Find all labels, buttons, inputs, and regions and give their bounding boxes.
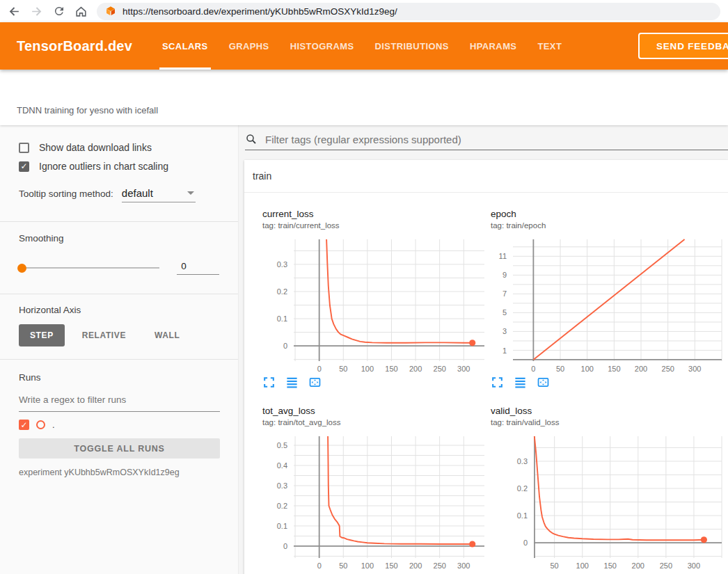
svg-text:200: 200 [409,365,422,373]
tooltip-sorting-value: default [122,187,153,199]
back-arrow-icon[interactable] [8,5,21,18]
toggle-y-axis-icon[interactable] [285,376,299,389]
svg-text:250: 250 [434,561,446,570]
url-text: https://tensorboard.dev/experiment/yKUbh… [122,6,397,17]
svg-text:0.1: 0.1 [277,522,287,530]
chart-card-tot-avg-loss: tot_avg_loss tag: train/tot_avg_loss 050… [262,406,489,574]
wall-button[interactable]: WALL [143,324,191,346]
svg-text:50: 50 [339,365,347,373]
svg-text:300: 300 [457,561,470,570]
tab-scalars[interactable]: SCALARS [152,22,219,70]
svg-text:200: 200 [635,365,647,373]
fit-domain-icon[interactable] [308,376,322,389]
svg-text:200: 200 [632,561,644,570]
svg-text:9: 9 [503,271,507,279]
chart-card-epoch: epoch tag: train/epoch 05010015020025030… [491,209,728,389]
line-chart[interactable]: 05010015020025030000.10.20.3 [262,234,489,374]
run-checkbox-icon[interactable]: ✓ [19,420,29,430]
svg-text:150: 150 [385,561,397,570]
chart-card-current-loss: current_loss tag: train/current_loss 050… [262,209,489,389]
chart-tag: tag: train/valid_loss [491,418,728,427]
svg-text:100: 100 [581,365,594,373]
filter-tags-input[interactable]: Filter tags (regular expressions support… [245,129,728,150]
svg-text:3: 3 [503,327,507,335]
line-chart[interactable]: 0501001502002503001357911 [491,234,728,374]
svg-text:0: 0 [531,365,535,373]
svg-text:0: 0 [523,539,528,547]
relative-button[interactable]: RELATIVE [71,324,137,346]
tooltip-sorting-select[interactable]: default [122,187,196,202]
svg-text:0.2: 0.2 [277,287,287,296]
svg-text:50: 50 [550,561,558,570]
show-download-links-row[interactable]: Show data download links [19,142,219,153]
svg-text:0: 0 [283,342,287,350]
svg-text:250: 250 [434,365,446,373]
chart-title: epoch [491,209,728,220]
step-button[interactable]: STEP [19,324,65,346]
chart-actions [262,376,489,389]
svg-text:0.2: 0.2 [517,484,528,493]
horizontal-axis-label: Horizontal Axis [19,305,219,315]
send-feedback-button[interactable]: SEND FEEDBACK [638,33,728,59]
svg-text:300: 300 [457,365,470,373]
settings-sidebar: Show data download links ✓ Ignore outlie… [0,125,239,574]
smoothing-label: Smoothing [19,233,219,244]
search-icon [245,133,258,145]
svg-text:0.2: 0.2 [277,502,287,510]
tab-distributions[interactable]: DISTRIBUTIONS [365,22,459,70]
svg-text:11: 11 [499,252,507,260]
brand-title: TensorBoard.dev [17,38,132,54]
tab-hparams[interactable]: HPARAMS [459,22,528,70]
line-chart[interactable]: 5010015020025030000.10.20.3 [491,431,728,571]
ignore-outliers-label: Ignore outliers in chart scaling [39,161,168,172]
toggle-y-axis-icon[interactable] [514,376,527,389]
line-chart[interactable]: 05010015020025030000.10.20.30.40.5 [262,431,489,571]
svg-text:250: 250 [660,561,672,570]
home-icon[interactable] [74,5,88,18]
chart-title: tot_avg_loss [262,406,489,417]
runs-filter-input[interactable]: Write a regex to filter runs [19,394,220,412]
svg-text:0: 0 [317,561,322,570]
svg-text:100: 100 [576,561,589,570]
content: Show data download links ✓ Ignore outlie… [0,125,728,574]
expand-chart-icon[interactable] [262,376,276,389]
tooltip-sorting-label: Tooltip sorting method: [19,189,113,199]
svg-text:0.3: 0.3 [517,457,528,465]
reload-icon[interactable] [52,5,65,18]
svg-text:300: 300 [688,561,700,570]
slider-thumb[interactable] [17,264,26,273]
chevron-down-icon [187,191,194,195]
checkbox-checked-icon[interactable]: ✓ [19,161,29,172]
svg-text:150: 150 [385,365,397,373]
run-item[interactable]: ✓ . [19,420,219,430]
ignore-outliers-row[interactable]: ✓ Ignore outliers in chart scaling [19,161,219,172]
svg-text:150: 150 [604,561,617,570]
toggle-all-runs-button[interactable]: TOGGLE ALL RUNS [19,438,220,459]
url-bar[interactable]: https://tensorboard.dev/experiment/yKUbh… [97,3,720,20]
tab-graphs[interactable]: GRAPHS [219,22,280,70]
tag-group-header[interactable]: train [244,160,728,193]
show-download-links-label: Show data download links [39,142,152,153]
nav-tabs: SCALARS GRAPHS HISTOGRAMS DISTRIBUTIONS … [152,22,572,70]
checkbox-unchecked-icon[interactable] [19,143,29,153]
svg-text:100: 100 [361,365,374,373]
smoothing-slider[interactable] [19,267,159,269]
run-name: . [52,420,55,430]
chart-actions [491,376,728,389]
svg-text:0.3: 0.3 [277,481,287,490]
tab-histograms[interactable]: HISTOGRAMS [280,22,365,70]
svg-text:0: 0 [283,542,287,550]
forward-arrow-icon[interactable] [30,5,43,18]
screen: https://tensorboard.dev/experiment/yKUbh… [0,0,728,574]
svg-text:7: 7 [503,289,507,298]
smoothing-value-field[interactable]: 0 [177,261,219,275]
experiment-subtitle: TDNN training for yesno with icefall [0,70,728,125]
svg-text:250: 250 [662,365,674,373]
filter-tags-placeholder: Filter tags (regular expressions support… [265,134,461,145]
tooltip-sorting-row: Tooltip sorting method: default [19,187,219,202]
chart-tag: tag: train/tot_avg_loss [262,418,489,427]
svg-text:0.5: 0.5 [277,441,287,449]
fit-domain-icon[interactable] [537,376,550,389]
tab-text[interactable]: TEXT [527,22,572,70]
expand-chart-icon[interactable] [491,376,504,389]
